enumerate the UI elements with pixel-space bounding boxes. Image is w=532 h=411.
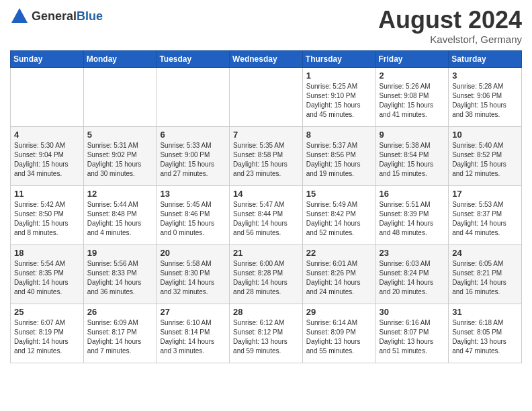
calendar-cell: 26Sunrise: 6:09 AM Sunset: 8:17 PM Dayli… — [83, 304, 157, 363]
day-info: Sunrise: 5:54 AM Sunset: 8:35 PM Dayligh… — [14, 259, 80, 297]
calendar-cell — [83, 67, 157, 126]
day-header-wednesday: Wednesday — [230, 50, 303, 67]
week-row-2: 11Sunrise: 5:42 AM Sunset: 8:50 PM Dayli… — [11, 185, 522, 244]
calendar-cell: 27Sunrise: 6:10 AM Sunset: 8:14 PM Dayli… — [157, 304, 230, 363]
calendar-cell: 20Sunrise: 5:58 AM Sunset: 8:30 PM Dayli… — [157, 244, 230, 304]
calendar-cell: 4Sunrise: 5:30 AM Sunset: 9:04 PM Daylig… — [11, 126, 84, 185]
day-number: 27 — [160, 307, 226, 317]
day-number: 14 — [233, 189, 299, 199]
logo-icon — [10, 7, 29, 26]
day-header-tuesday: Tuesday — [157, 50, 230, 67]
calendar-cell: 8Sunrise: 5:37 AM Sunset: 8:56 PM Daylig… — [302, 126, 375, 185]
calendar-cell: 14Sunrise: 5:47 AM Sunset: 8:44 PM Dayli… — [230, 185, 303, 244]
week-row-4: 25Sunrise: 6:07 AM Sunset: 8:19 PM Dayli… — [11, 304, 522, 363]
day-number: 19 — [87, 248, 153, 258]
title-block: August 2024 Kavelstorf, Germany — [378, 7, 522, 45]
calendar-cell — [157, 67, 230, 126]
week-row-1: 4Sunrise: 5:30 AM Sunset: 9:04 PM Daylig… — [11, 126, 522, 185]
day-info: Sunrise: 5:37 AM Sunset: 8:56 PM Dayligh… — [306, 141, 372, 179]
month-title: August 2024 — [378, 7, 522, 34]
calendar-body: 1Sunrise: 5:25 AM Sunset: 9:10 PM Daylig… — [11, 67, 522, 363]
calendar-cell: 23Sunrise: 6:03 AM Sunset: 8:24 PM Dayli… — [375, 244, 449, 304]
calendar-cell: 10Sunrise: 5:40 AM Sunset: 8:52 PM Dayli… — [449, 126, 522, 185]
day-info: Sunrise: 5:49 AM Sunset: 8:42 PM Dayligh… — [306, 200, 372, 238]
calendar-cell: 21Sunrise: 6:00 AM Sunset: 8:28 PM Dayli… — [230, 244, 303, 304]
day-number: 16 — [380, 189, 445, 199]
calendar-cell: 6Sunrise: 5:33 AM Sunset: 9:00 PM Daylig… — [157, 126, 230, 185]
calendar-cell: 30Sunrise: 6:16 AM Sunset: 8:07 PM Dayli… — [375, 304, 449, 363]
day-header-friday: Friday — [375, 50, 449, 67]
calendar-cell: 24Sunrise: 6:05 AM Sunset: 8:21 PM Dayli… — [449, 244, 522, 304]
day-number: 20 — [160, 248, 226, 258]
day-number: 11 — [14, 189, 80, 199]
day-number: 7 — [233, 130, 299, 140]
calendar-cell: 16Sunrise: 5:51 AM Sunset: 8:39 PM Dayli… — [375, 185, 449, 244]
calendar-cell: 29Sunrise: 6:14 AM Sunset: 8:09 PM Dayli… — [302, 304, 375, 363]
calendar-cell: 25Sunrise: 6:07 AM Sunset: 8:19 PM Dayli… — [11, 304, 84, 363]
calendar-cell: 18Sunrise: 5:54 AM Sunset: 8:35 PM Dayli… — [11, 244, 84, 304]
day-number: 30 — [380, 307, 445, 317]
day-number: 28 — [233, 307, 299, 317]
calendar-cell: 11Sunrise: 5:42 AM Sunset: 8:50 PM Dayli… — [11, 185, 84, 244]
week-row-0: 1Sunrise: 5:25 AM Sunset: 9:10 PM Daylig… — [11, 67, 522, 126]
day-info: Sunrise: 5:56 AM Sunset: 8:33 PM Dayligh… — [87, 259, 153, 297]
logo-general-text: General — [32, 9, 77, 23]
day-info: Sunrise: 5:44 AM Sunset: 8:48 PM Dayligh… — [87, 200, 153, 238]
day-info: Sunrise: 6:03 AM Sunset: 8:24 PM Dayligh… — [380, 259, 445, 297]
calendar-cell: 9Sunrise: 5:38 AM Sunset: 8:54 PM Daylig… — [375, 126, 449, 185]
day-info: Sunrise: 5:31 AM Sunset: 9:02 PM Dayligh… — [87, 141, 153, 179]
day-info: Sunrise: 5:26 AM Sunset: 9:08 PM Dayligh… — [380, 82, 445, 120]
day-info: Sunrise: 6:01 AM Sunset: 8:26 PM Dayligh… — [306, 259, 372, 297]
day-info: Sunrise: 5:42 AM Sunset: 8:50 PM Dayligh… — [14, 200, 80, 238]
day-number: 6 — [160, 130, 226, 140]
calendar-table: SundayMondayTuesdayWednesdayThursdayFrid… — [10, 50, 522, 363]
day-number: 31 — [452, 307, 518, 317]
day-number: 17 — [452, 189, 518, 199]
day-info: Sunrise: 5:28 AM Sunset: 9:06 PM Dayligh… — [452, 82, 518, 120]
day-number: 29 — [306, 307, 372, 317]
calendar-header: SundayMondayTuesdayWednesdayThursdayFrid… — [11, 50, 522, 67]
day-number: 22 — [306, 248, 372, 258]
day-info: Sunrise: 6:18 AM Sunset: 8:05 PM Dayligh… — [452, 318, 518, 356]
header-row: SundayMondayTuesdayWednesdayThursdayFrid… — [11, 50, 522, 67]
calendar-cell: 22Sunrise: 6:01 AM Sunset: 8:26 PM Dayli… — [302, 244, 375, 304]
calendar-cell: 2Sunrise: 5:26 AM Sunset: 9:08 PM Daylig… — [375, 67, 449, 126]
calendar-cell: 1Sunrise: 5:25 AM Sunset: 9:10 PM Daylig… — [302, 67, 375, 126]
calendar-cell — [11, 67, 84, 126]
calendar-cell: 7Sunrise: 5:35 AM Sunset: 8:58 PM Daylig… — [230, 126, 303, 185]
day-info: Sunrise: 5:58 AM Sunset: 8:30 PM Dayligh… — [160, 259, 226, 297]
day-number: 2 — [380, 71, 445, 81]
week-row-3: 18Sunrise: 5:54 AM Sunset: 8:35 PM Dayli… — [11, 244, 522, 304]
day-number: 5 — [87, 130, 153, 140]
day-info: Sunrise: 5:35 AM Sunset: 8:58 PM Dayligh… — [233, 141, 299, 179]
day-info: Sunrise: 6:09 AM Sunset: 8:17 PM Dayligh… — [87, 318, 153, 356]
calendar-cell: 28Sunrise: 6:12 AM Sunset: 8:12 PM Dayli… — [230, 304, 303, 363]
calendar-cell — [230, 67, 303, 126]
calendar-cell: 19Sunrise: 5:56 AM Sunset: 8:33 PM Dayli… — [83, 244, 157, 304]
calendar-cell: 5Sunrise: 5:31 AM Sunset: 9:02 PM Daylig… — [83, 126, 157, 185]
logo: GeneralBlue — [10, 7, 103, 26]
day-info: Sunrise: 5:25 AM Sunset: 9:10 PM Dayligh… — [306, 82, 372, 120]
day-number: 13 — [160, 189, 226, 199]
day-info: Sunrise: 6:14 AM Sunset: 8:09 PM Dayligh… — [306, 318, 372, 356]
day-number: 25 — [14, 307, 80, 317]
day-number: 23 — [380, 248, 445, 258]
day-info: Sunrise: 6:05 AM Sunset: 8:21 PM Dayligh… — [452, 259, 518, 297]
day-header-monday: Monday — [83, 50, 157, 67]
day-number: 12 — [87, 189, 153, 199]
day-info: Sunrise: 6:16 AM Sunset: 8:07 PM Dayligh… — [380, 318, 445, 356]
day-number: 21 — [233, 248, 299, 258]
day-number: 4 — [14, 130, 80, 140]
day-number: 9 — [380, 130, 445, 140]
calendar-cell: 17Sunrise: 5:53 AM Sunset: 8:37 PM Dayli… — [449, 185, 522, 244]
day-number: 8 — [306, 130, 372, 140]
day-header-saturday: Saturday — [449, 50, 522, 67]
day-info: Sunrise: 5:38 AM Sunset: 8:54 PM Dayligh… — [380, 141, 445, 179]
day-header-sunday: Sunday — [11, 50, 84, 67]
calendar-cell: 13Sunrise: 5:45 AM Sunset: 8:46 PM Dayli… — [157, 185, 230, 244]
day-number: 1 — [306, 71, 372, 81]
day-number: 3 — [452, 71, 518, 81]
svg-marker-0 — [11, 8, 28, 23]
day-info: Sunrise: 5:40 AM Sunset: 8:52 PM Dayligh… — [452, 141, 518, 179]
day-info: Sunrise: 5:53 AM Sunset: 8:37 PM Dayligh… — [452, 200, 518, 238]
